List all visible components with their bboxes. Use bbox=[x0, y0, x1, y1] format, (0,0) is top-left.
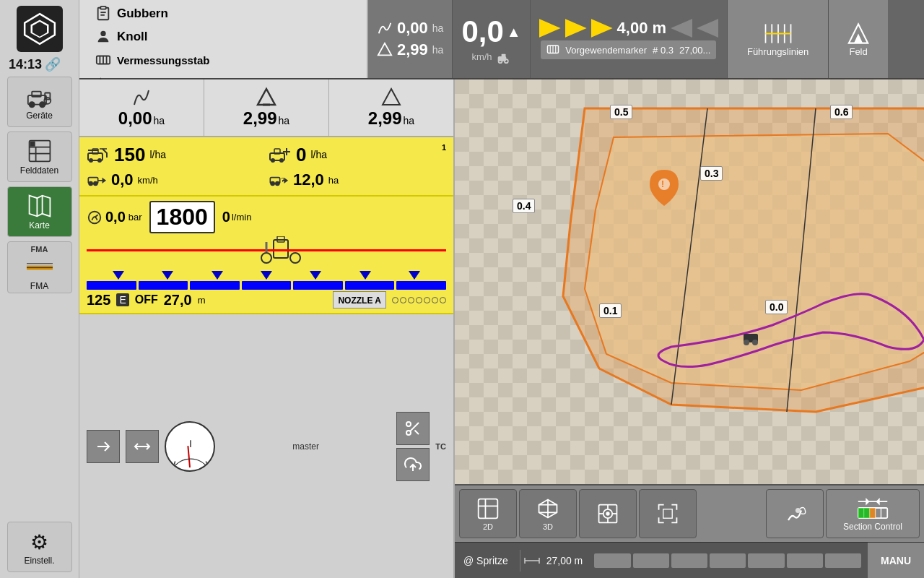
nd7 bbox=[440, 297, 446, 303]
svg-point-77 bbox=[290, 253, 300, 263]
marker-00: 0.0 bbox=[765, 300, 788, 314]
total-stat-icon bbox=[380, 87, 402, 108]
sec-ind-6 bbox=[787, 553, 823, 568]
vorgew-hash: # 0.3 bbox=[653, 45, 674, 56]
play-btn-2[interactable] bbox=[565, 19, 587, 38]
center-mount bbox=[266, 242, 268, 252]
ha-worked-val: 0,00 bbox=[397, 19, 428, 38]
svg-point-33 bbox=[504, 59, 507, 63]
svg-rect-21 bbox=[100, 7, 105, 9]
svg-point-85 bbox=[406, 431, 411, 435]
section-control-icon bbox=[857, 496, 889, 519]
rates-panel: 1 bbox=[79, 137, 453, 197]
nd2 bbox=[400, 297, 406, 303]
svg-point-84 bbox=[406, 422, 411, 426]
sidebar-item-geraete[interactable]: Geräte bbox=[7, 77, 72, 127]
sec-ind-4 bbox=[710, 553, 746, 568]
section-indicators bbox=[588, 553, 867, 568]
svg-point-4 bbox=[29, 102, 34, 107]
svg-rect-13 bbox=[30, 142, 34, 145]
arrow-distance-icon bbox=[523, 556, 541, 566]
scissor-icon bbox=[404, 420, 422, 437]
center-map-btn[interactable] bbox=[579, 489, 637, 538]
sidebar-item-karte[interactable]: Karte bbox=[7, 186, 72, 237]
svg-marker-30 bbox=[378, 43, 391, 56]
feld-btn[interactable]: Feld bbox=[829, 0, 888, 78]
pressure-icon bbox=[87, 210, 103, 225]
map-settings-btn[interactable]: 2D bbox=[459, 489, 517, 538]
bottom-sub-panel: master bbox=[79, 314, 453, 578]
section-bar-2 bbox=[139, 281, 188, 290]
play-btn-1[interactable] bbox=[539, 19, 561, 38]
section-control-btn[interactable]: Section Control bbox=[826, 489, 920, 538]
spritze-label: @ Spritze bbox=[455, 555, 517, 566]
device-name: Vermessungsstab bbox=[117, 54, 209, 66]
field-info-panel: Gubbern Knoll Vermessu bbox=[79, 0, 368, 78]
svg-point-64 bbox=[94, 182, 97, 186]
marker-06: 0.6 bbox=[830, 105, 853, 119]
nozzle-5 bbox=[310, 271, 321, 280]
area-icon: ? bbox=[269, 173, 289, 187]
map-area[interactable]: ! 0.5 0.6 0.3 0.4 0.1 0.0 bbox=[455, 79, 924, 484]
rev-btn-2[interactable] bbox=[697, 19, 718, 38]
pendulum-gauge bbox=[165, 421, 215, 472]
svg-point-68 bbox=[271, 182, 274, 186]
device-row: Vermessungsstab bbox=[87, 49, 359, 71]
stat-worked-val: 0,00 bbox=[118, 108, 152, 129]
area-remaining-val: 12,0 bbox=[293, 171, 324, 189]
main-content: Gubbern Knoll Vermessu bbox=[79, 0, 924, 578]
sidebar-item-einstellungen[interactable]: ⚙ Einstell. bbox=[7, 522, 72, 572]
sec-ind-3 bbox=[671, 553, 707, 568]
zoom-fit-btn[interactable] bbox=[639, 489, 697, 538]
target-rate-row: 0 l/ha bbox=[269, 143, 446, 166]
pendulum-arc bbox=[166, 423, 215, 472]
upload-icon bbox=[404, 456, 422, 473]
svg-point-24 bbox=[100, 31, 105, 36]
ha-worked-row: 0,00 ha bbox=[377, 19, 443, 38]
arrow-down-icon bbox=[95, 438, 112, 455]
stat-worked-unit: ha bbox=[154, 115, 165, 126]
marker-01: 0.1 bbox=[599, 303, 622, 318]
svg-point-57 bbox=[271, 158, 275, 163]
svg-rect-112 bbox=[663, 509, 672, 518]
arrow-down-btn[interactable] bbox=[87, 430, 120, 463]
master-area: master bbox=[221, 441, 391, 452]
svg-line-87 bbox=[415, 430, 419, 434]
left-right-btn[interactable] bbox=[126, 430, 159, 463]
svg-rect-121 bbox=[870, 508, 876, 518]
spray-btn[interactable] bbox=[766, 489, 824, 538]
actual-rate-row: 150 l/ha bbox=[87, 143, 264, 166]
scissor-btn[interactable] bbox=[396, 412, 430, 445]
sidebar-item-fma[interactable]: FMA FMA bbox=[7, 241, 72, 293]
nozzle-6 bbox=[359, 271, 371, 280]
off-label: OFF bbox=[135, 293, 158, 306]
fuhrungslinien-label: Führungslinien bbox=[747, 46, 808, 57]
sidebar-felddaten-label: Felddaten bbox=[20, 165, 58, 176]
left-data-panel: 0,00 ha 2,99 ha bbox=[79, 79, 455, 578]
marker-04: 0.4 bbox=[513, 199, 535, 213]
status-row: 125 E OFF 27,0 m NOZZLE A bbox=[87, 291, 446, 309]
svg-point-58 bbox=[279, 158, 284, 163]
bottom-distance: 27,00 m bbox=[541, 555, 589, 566]
upload-btn[interactable] bbox=[396, 448, 430, 481]
nozzle-7 bbox=[409, 271, 420, 280]
manu-btn[interactable]: MANU bbox=[867, 543, 924, 579]
play-btn-3[interactable] bbox=[591, 19, 613, 38]
speed-val: 0,0 bbox=[111, 171, 134, 189]
vorgew-block: Vorgewendemarker # 0.3 27,00... bbox=[541, 40, 716, 59]
speed-unit: km/h bbox=[471, 51, 492, 62]
fuhrungslinien-btn[interactable]: Führungslinien bbox=[728, 0, 829, 78]
view-3d-btn[interactable]: 3D bbox=[519, 489, 577, 538]
person-icon bbox=[95, 29, 111, 45]
sec-ind-5 bbox=[748, 553, 784, 568]
stat-worked: 0,00 ha bbox=[79, 79, 204, 136]
nozzle-3 bbox=[212, 271, 223, 280]
worked-stat-icon bbox=[131, 87, 152, 108]
area-remaining-unit: ha bbox=[328, 175, 339, 186]
sidebar-item-felddaten[interactable]: Felddaten bbox=[7, 131, 72, 182]
rev-btn-1[interactable] bbox=[671, 19, 692, 38]
map-settings-icon bbox=[476, 497, 500, 520]
nozzle-label: NOZZLE A bbox=[338, 296, 381, 306]
map-toolbar: 2D 3D bbox=[455, 484, 924, 542]
center-map-icon bbox=[596, 502, 619, 525]
